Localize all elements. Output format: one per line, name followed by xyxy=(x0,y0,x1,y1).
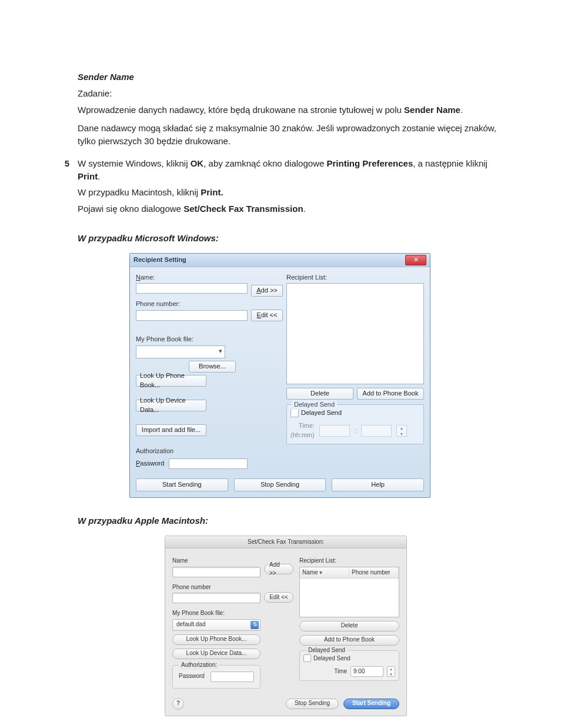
recipient-list-label: Recipient List: xyxy=(286,273,424,282)
stop-sending-button[interactable]: Stop Sending xyxy=(234,478,326,491)
mac-delayed-send-label: Delayed Send xyxy=(313,655,350,661)
mac-dialog: Set/Check Fax Transmission: Name Phone n… xyxy=(165,536,407,716)
time-separator: : xyxy=(355,426,356,436)
chevron-up-icon: ▲ xyxy=(388,667,395,672)
heading-windows: W przypadku Microsoft Windows: xyxy=(78,232,502,245)
mac-edit-button[interactable]: Edit << xyxy=(264,592,293,603)
mac-name-input[interactable] xyxy=(172,567,261,577)
mac-delayed-send-group: Delayed Send Delayed Send Time 9:00 ▲▼ xyxy=(299,650,399,682)
lookup-device-data-button[interactable]: Look Up Device Data... xyxy=(136,400,206,411)
close-icon[interactable]: ✕ xyxy=(405,255,426,265)
password-input[interactable] xyxy=(169,458,248,469)
chevron-down-icon: ▼ xyxy=(397,431,406,437)
text: W przypadku Macintosh, kliknij xyxy=(78,187,201,197)
delayed-send-checkbox[interactable]: Delayed Send xyxy=(290,408,420,418)
time-stepper: ▲▼ xyxy=(396,425,407,437)
checkbox-icon xyxy=(290,409,299,417)
mac-phone-label: Phone number xyxy=(172,583,261,592)
step-line-2: W przypadku Macintosh, kliknij Print. xyxy=(78,186,502,199)
authorization-label: Authorization xyxy=(136,447,248,456)
phonebook-file-select[interactable] xyxy=(136,345,225,358)
mac-lookup-device-data-button[interactable]: Look Up Device Data... xyxy=(172,649,261,659)
edit-label: Edit << xyxy=(257,311,278,320)
add-label: Add >> xyxy=(256,286,277,295)
time-hour-input xyxy=(319,425,350,437)
phone-input[interactable] xyxy=(136,310,248,321)
mac-phonebook-file-select[interactable]: default.dad xyxy=(172,619,261,631)
mac-password-label: Password xyxy=(179,672,205,681)
bold-sender-name: Sender Name xyxy=(404,105,460,115)
sender-name-heading: Sender Name xyxy=(78,71,502,84)
help-button[interactable]: Help xyxy=(332,478,424,491)
mac-authorization-group: Authorization: Password xyxy=(172,665,261,689)
phonebook-file-label: My Phone Book file: xyxy=(136,335,248,344)
step-line-3: Pojawi się okno dialogowe Set/Check Fax … xyxy=(78,202,502,215)
mac-time-label: Time xyxy=(334,667,347,676)
delete-button[interactable]: Delete xyxy=(286,388,353,400)
mac-time-stepper[interactable]: ▲▼ xyxy=(387,666,395,677)
name-label: Name: xyxy=(136,273,248,282)
mac-delayed-send-group-title: Delayed Send xyxy=(306,646,348,655)
add-to-phonebook-button[interactable]: Add to Phone Book xyxy=(357,388,424,400)
text: , aby zamknąć okno dialogowe xyxy=(203,158,326,168)
mac-table-header[interactable]: Name Phone number xyxy=(300,567,399,579)
mac-authorization-label: Authorization: xyxy=(179,661,219,670)
windows-dialog: Recipient Setting ✕ Name: Phone number: … xyxy=(129,253,430,498)
mac-add-button[interactable]: Add >> xyxy=(264,564,293,574)
time-label: Time: (hh:mm) xyxy=(290,421,315,440)
text: Pojawi się okno dialogowe xyxy=(78,204,183,214)
window-title: Recipient Setting xyxy=(133,255,186,265)
mac-recipient-table[interactable]: Name Phone number xyxy=(299,567,399,617)
mac-th-name[interactable]: Name xyxy=(300,567,349,579)
delayed-send-group-title: Delayed Send xyxy=(292,400,337,410)
text: W systemie Windows, kliknij xyxy=(78,158,191,168)
import-add-file-button[interactable]: Import and add file... xyxy=(136,424,206,436)
phone-label: Phone number: xyxy=(136,300,248,309)
text: . xyxy=(98,171,100,181)
recipient-listbox[interactable] xyxy=(286,283,424,384)
checkbox-icon xyxy=(303,654,311,662)
mac-delayed-send-checkbox[interactable]: Delayed Send xyxy=(303,654,395,663)
mac-password-input[interactable] xyxy=(211,672,254,682)
bold-setcheck: Set/Check Fax Transmission xyxy=(183,204,303,214)
start-sending-button[interactable]: Start Sending xyxy=(136,478,228,491)
add-button[interactable]: Add >> xyxy=(251,285,283,297)
chevron-down-icon: ▼ xyxy=(388,672,395,677)
mac-time-input[interactable]: 9:00 xyxy=(350,666,383,677)
delayed-send-group: Delayed Send Delayed Send Time: (hh:mm) … xyxy=(286,404,424,444)
text: . xyxy=(303,204,306,214)
mac-help-button[interactable]: ? xyxy=(172,698,184,710)
bold-ok: OK xyxy=(191,158,204,168)
mac-stop-sending-button[interactable]: Stop Sending xyxy=(286,699,339,709)
window-titlebar[interactable]: Recipient Setting ✕ xyxy=(130,254,430,267)
delayed-send-label: Delayed Send xyxy=(301,408,342,418)
paragraph-1: Wprowadzenie danych nadawcy, które będą … xyxy=(78,104,502,117)
text: . xyxy=(460,105,463,115)
step-number: 5 xyxy=(59,157,69,215)
name-input[interactable] xyxy=(136,283,248,294)
password-label: Password xyxy=(136,459,164,468)
step-line-1: W systemie Windows, kliknij OK, aby zamk… xyxy=(78,157,502,183)
mac-phonebook-file-label: My Phone Book file: xyxy=(172,609,261,618)
chevron-up-icon: ▲ xyxy=(397,426,406,431)
task-label: Zadanie: xyxy=(78,87,502,100)
browse-button[interactable]: Browse... xyxy=(189,361,236,373)
bold-print: Print xyxy=(78,171,98,181)
mac-phonebook-file-value: default.dad xyxy=(176,620,206,629)
time-minute-input xyxy=(361,425,392,437)
lookup-phonebook-button[interactable]: Look Up Phone Book... xyxy=(136,375,206,387)
edit-button[interactable]: Edit << xyxy=(251,310,283,321)
mac-lookup-phonebook-button[interactable]: Look Up Phone Book... xyxy=(172,634,261,645)
mac-add-to-phonebook-button[interactable]: Add to Phone Book xyxy=(299,635,399,646)
text: , a następnie kliknij xyxy=(413,158,487,168)
mac-delete-button[interactable]: Delete xyxy=(299,621,399,631)
bold-print-mac: Print. xyxy=(201,187,223,197)
mac-phone-input[interactable] xyxy=(172,593,261,603)
bold-printing-preferences: Printing Preferences xyxy=(327,158,413,168)
mac-time-value: 9:00 xyxy=(353,667,365,676)
mac-name-label: Name xyxy=(172,557,261,566)
text: Wprowadzenie danych nadawcy, które będą … xyxy=(78,105,404,115)
paragraph-2: Dane nadawcy mogą składać się z maksymal… xyxy=(78,122,502,148)
mac-start-sending-button[interactable]: Start Sending xyxy=(343,699,399,709)
mac-th-phone[interactable]: Phone number xyxy=(349,567,399,579)
